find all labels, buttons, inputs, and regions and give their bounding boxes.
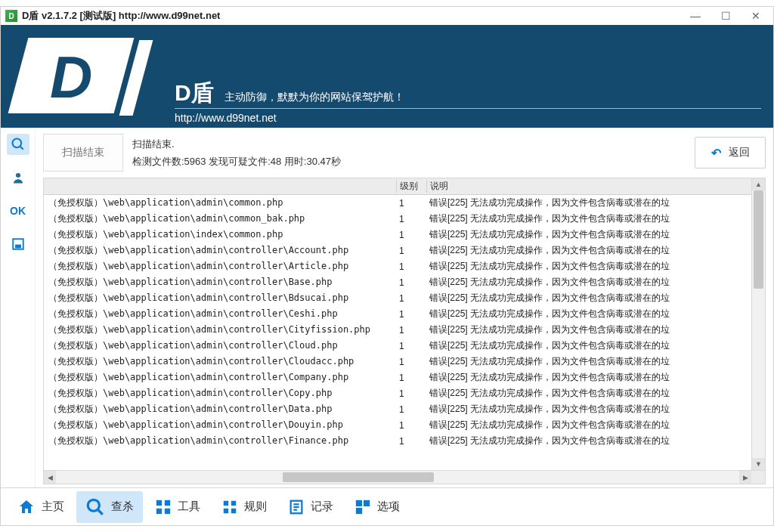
bottom-nav: 主页 查杀 工具 规则 记录 选项 [1,487,773,525]
scroll-down-icon[interactable]: ▼ [752,458,765,470]
cell-path: （免授权版）\web\application\admin\controller\… [44,387,396,400]
cell-level: 1 [396,309,426,320]
table-row[interactable]: （免授权版）\web\application\admin\controller\… [44,354,751,370]
svg-rect-4 [16,246,20,248]
maximize-button[interactable]: ☐ [719,9,732,23]
vertical-scrollbar[interactable]: ▲ ▼ [751,178,765,470]
cell-desc: 错误[225] 无法成功完成操作，因为文件包含病毒或潜在的垃 [426,228,751,241]
svg-rect-13 [224,508,228,512]
table-row[interactable]: （免授权版）\web\application\admin\common.php1… [44,195,751,211]
svg-point-5 [88,500,99,511]
nav-log-label: 记录 [311,500,333,514]
table-row[interactable]: （免授权版）\web\application\index\common.php1… [44,227,751,243]
scan-end-button[interactable]: 扫描结束 [43,134,123,172]
cell-level: 1 [396,198,426,209]
side-ok-button[interactable]: OK [7,200,29,221]
cell-desc: 错误[225] 无法成功完成操作，因为文件包含病毒或潜在的垃 [426,371,751,384]
options-icon [354,499,371,515]
cell-desc: 错误[225] 无法成功完成操作，因为文件包含病毒或潜在的垃 [426,355,751,368]
scroll-right-icon[interactable]: ▶ [739,471,751,484]
table-row[interactable]: （免授权版）\web\application\admin\common_bak.… [44,211,751,227]
cell-path: （免授权版）\web\application\admin\controller\… [44,403,396,416]
nav-options-label: 选项 [377,500,400,514]
cell-level: 1 [396,246,426,256]
col-level-header[interactable]: 级别 [396,180,426,193]
scroll-up-icon[interactable]: ▲ [752,178,765,190]
cell-desc: 错误[225] 无法成功完成操作，因为文件包含病毒或潜在的垃 [426,419,751,431]
app-icon: D [5,10,17,22]
nav-home[interactable]: 主页 [8,492,73,522]
cell-path: （免授权版）\web\application\admin\controller\… [44,260,396,273]
cell-desc: 错误[225] 无法成功完成操作，因为文件包含病毒或潜在的垃 [426,292,751,305]
svg-line-6 [98,509,103,515]
undo-icon: ↶ [711,146,721,160]
banner-tagline: 主动防御，默默为你的网站保驾护航！ [224,91,404,104]
cell-desc: 错误[225] 无法成功完成操作，因为文件包含病毒或潜在的垃 [426,323,751,336]
close-button[interactable]: ✕ [749,9,763,23]
cell-level: 1 [396,277,426,288]
cell-level: 1 [396,388,426,399]
rules-icon [221,499,238,515]
cell-path: （免授权版）\web\application\admin\controller\… [44,308,396,320]
svg-rect-7 [156,500,162,505]
table-row[interactable]: （免授权版）\web\application\admin\controller\… [44,322,751,338]
nav-scan[interactable]: 查杀 [76,491,143,523]
cell-level: 1 [396,373,426,383]
nav-tools-label: 工具 [178,500,200,514]
table-row[interactable]: （免授权版）\web\application\admin\controller\… [44,385,751,401]
table-row[interactable]: （免授权版）\web\application\admin\controller\… [44,401,751,417]
scroll-left-icon[interactable]: ◀ [44,471,56,484]
hscroll-thumb[interactable] [283,472,434,482]
banner: D D盾 主动防御，默默为你的网站保驾护航！ http://www.d99net… [1,25,773,128]
cell-desc: 错误[225] 无法成功完成操作，因为文件包含病毒或潜在的垃 [426,244,751,257]
cell-level: 1 [396,357,426,367]
cell-desc: 错误[225] 无法成功完成操作，因为文件包含病毒或潜在的垃 [426,276,751,289]
cell-level: 1 [396,214,426,224]
nav-options[interactable]: 选项 [345,493,409,521]
nav-home-label: 主页 [42,500,64,514]
logo-icon: D [16,34,144,119]
cell-desc: 错误[225] 无法成功完成操作，因为文件包含病毒或潜在的垃 [426,212,751,225]
svg-rect-12 [231,500,236,505]
main-area: 扫描结束 扫描结束. 检测文件数:5963 发现可疑文件:48 用时:30.47… [36,128,773,487]
svg-rect-9 [156,508,162,513]
status-line2: 检测文件数:5963 发现可疑文件:48 用时:30.47秒 [132,153,686,170]
cell-level: 1 [396,325,426,336]
table-row[interactable]: （免授权版）\web\application\admin\controller\… [44,258,751,274]
scrollbar-thumb[interactable] [754,190,763,289]
side-person-icon[interactable] [7,167,29,188]
col-desc-header[interactable]: 说明 [426,180,751,193]
table-row[interactable]: （免授权版）\web\application\admin\controller\… [44,243,751,258]
cell-desc: 错误[225] 无法成功完成操作，因为文件包含病毒或潜在的垃 [426,308,751,320]
home-icon [17,498,36,516]
horizontal-scrollbar[interactable]: ◀ ▶ [43,471,766,484]
cell-desc: 错误[225] 无法成功完成操作，因为文件包含病毒或潜在的垃 [426,196,751,209]
cell-level: 1 [396,293,426,304]
window-title: D盾 v2.1.7.2 [测试版] http://www.d99net.net [22,9,220,23]
banner-url: http://www.d99net.net [175,112,277,124]
nav-rules[interactable]: 规则 [212,493,276,521]
table-row[interactable]: （免授权版）\web\application\admin\controller\… [44,338,751,354]
svg-rect-19 [356,500,362,506]
svg-line-1 [20,147,23,150]
nav-log[interactable]: 记录 [279,493,342,521]
table-row[interactable]: （免授权版）\web\application\admin\controller\… [44,370,751,385]
side-search-icon[interactable] [7,134,29,155]
table-row[interactable]: （免授权版）\web\application\admin\controller\… [44,417,751,433]
table-row[interactable]: （免授权版）\web\application\admin\controller\… [44,274,751,290]
cell-level: 1 [396,261,426,272]
table-row[interactable]: （免授权版）\web\application\admin\controller\… [44,433,751,447]
cell-desc: 错误[225] 无法成功完成操作，因为文件包含病毒或潜在的垃 [426,260,751,273]
svg-rect-20 [364,500,370,506]
minimize-button[interactable]: — [689,9,702,23]
svg-rect-11 [224,500,228,505]
log-icon [288,499,305,515]
banner-name: D盾 [175,78,214,109]
table-row[interactable]: （免授权版）\web\application\admin\controller\… [44,290,751,306]
cell-path: （免授权版）\web\application\admin\controller\… [44,244,396,257]
back-button[interactable]: ↶ 返回 [695,137,766,169]
cell-desc: 错误[225] 无法成功完成操作，因为文件包含病毒或潜在的垃 [426,403,751,416]
nav-tools[interactable]: 工具 [146,493,209,521]
table-row[interactable]: （免授权版）\web\application\admin\controller\… [44,306,751,322]
side-square-icon[interactable] [7,234,29,255]
